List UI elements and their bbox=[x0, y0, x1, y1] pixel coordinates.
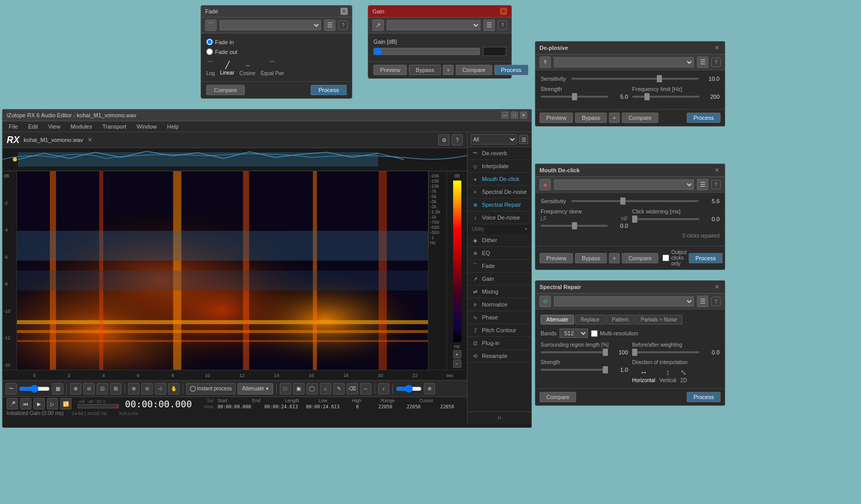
fade-log-option[interactable]: ⌒ Log bbox=[206, 60, 215, 76]
gain-icon-button[interactable]: ↗ bbox=[372, 20, 384, 31]
gain-process-button[interactable]: Process bbox=[494, 65, 528, 75]
deplosive-freqlimit-slider[interactable] bbox=[632, 96, 699, 98]
fade-out-radio[interactable] bbox=[206, 48, 213, 55]
modules-nav-next[interactable]: › bbox=[499, 414, 501, 421]
zoom-h-in-button[interactable]: ⊕ bbox=[128, 383, 139, 394]
menu-help[interactable]: Help bbox=[165, 122, 181, 131]
deplosive-bypass-button[interactable]: Bypass bbox=[575, 113, 607, 123]
pitch-correct-button[interactable]: ♪ bbox=[378, 383, 389, 394]
spectral-compare-button[interactable]: Compare bbox=[540, 392, 576, 402]
rx-settings-button[interactable]: ⚙ bbox=[438, 134, 450, 146]
module-fade[interactable]: ⌒ Fade bbox=[468, 260, 531, 273]
spectral-close-button[interactable]: ✕ bbox=[713, 283, 721, 291]
menu-view[interactable]: View bbox=[46, 122, 63, 131]
fade-close-button[interactable]: ✕ bbox=[340, 8, 348, 15]
fade-help-button[interactable]: ? bbox=[338, 21, 348, 30]
rx-close-button[interactable]: ✕ bbox=[87, 136, 93, 143]
spectral-icon-button[interactable]: ⊕ bbox=[540, 296, 551, 307]
deplosive-help-button[interactable]: ? bbox=[711, 58, 721, 67]
module-dereverb[interactable]: 〜 De-reverb bbox=[468, 147, 531, 160]
go-start-button[interactable]: ⏮ bbox=[20, 398, 31, 409]
lasso-tool[interactable]: ◯ bbox=[307, 383, 318, 394]
spectral-tab-replace[interactable]: Replace bbox=[575, 315, 605, 325]
deplosive-strength-slider[interactable] bbox=[541, 96, 608, 98]
menu-transport[interactable]: Transport bbox=[100, 122, 129, 131]
deplosive-list-button[interactable]: ☰ bbox=[697, 57, 708, 68]
mouth-help-button[interactable]: ? bbox=[711, 180, 721, 189]
mouth-preset-select[interactable] bbox=[554, 179, 694, 190]
module-mouth-declick[interactable]: ● Mouth De-click bbox=[468, 173, 531, 186]
deplosive-process-button[interactable]: Process bbox=[687, 113, 721, 123]
utility-section-label[interactable]: Utility ▾ bbox=[468, 224, 531, 234]
fade-list-button[interactable]: ☰ bbox=[324, 20, 335, 31]
spectral-list-button[interactable]: ☰ bbox=[697, 296, 708, 307]
mouth-clickwidening-slider[interactable] bbox=[632, 218, 699, 220]
mouth-icon-button[interactable]: ● bbox=[540, 179, 551, 190]
spectral-tab-attenuate[interactable]: Attenuate bbox=[541, 315, 574, 325]
zoom-select-button[interactable]: ⊞ bbox=[110, 383, 121, 394]
deplosive-icon-button[interactable]: ↟ bbox=[540, 57, 551, 68]
mouth-compare-button[interactable]: Compare bbox=[622, 253, 658, 263]
spectral-strength-slider[interactable] bbox=[541, 369, 608, 371]
fade-in-radio[interactable] bbox=[206, 39, 213, 45]
gain-slider[interactable] bbox=[373, 48, 480, 55]
spectral-surrounding-slider[interactable] bbox=[541, 351, 608, 353]
spectral-multiresolution-label[interactable]: Multi-resolution bbox=[591, 330, 638, 337]
module-pitch-contour[interactable]: ⤴ Pitch Contour bbox=[468, 324, 531, 337]
zoom-h-out-button[interactable]: ⊖ bbox=[141, 383, 153, 394]
waveform-overview[interactable] bbox=[3, 148, 467, 171]
deplosive-preview-button[interactable]: Preview bbox=[540, 113, 573, 123]
menu-modules[interactable]: Modules bbox=[68, 122, 94, 131]
zoom-slider[interactable] bbox=[19, 385, 50, 392]
modules-filter-select[interactable]: All bbox=[471, 134, 517, 145]
menu-window[interactable]: Window bbox=[135, 122, 159, 131]
zoom-h-slider[interactable] bbox=[396, 385, 422, 392]
mouth-close-button[interactable]: ✕ bbox=[713, 167, 721, 174]
deplosive-plus-button[interactable]: + bbox=[609, 113, 619, 123]
module-phase[interactable]: ∿ Phase bbox=[468, 311, 531, 324]
gain-bypass-button[interactable]: Bypass bbox=[409, 65, 441, 75]
play-sel-button[interactable]: ▷ bbox=[47, 398, 58, 409]
gain-value-field[interactable]: -Inf. bbox=[483, 47, 506, 56]
play-button[interactable]: ▶ bbox=[33, 398, 45, 409]
zoom-fit-button[interactable]: ⊡ bbox=[97, 383, 108, 394]
fade-cosine-option[interactable]: ⌣ Cosine bbox=[240, 61, 256, 76]
gain-close-button[interactable]: ✕ bbox=[500, 8, 507, 15]
mouth-sensitivity-slider[interactable] bbox=[571, 200, 698, 202]
module-spectral-denoise[interactable]: ≈ Spectral De-noise bbox=[468, 186, 531, 199]
module-interpolate[interactable]: ◇ Interpolate bbox=[468, 160, 531, 173]
gain-preview-button[interactable]: Preview bbox=[373, 65, 407, 75]
mouth-bypass-button[interactable]: Bypass bbox=[575, 253, 607, 263]
fade-linear-option[interactable]: ╱ Linear bbox=[220, 61, 235, 76]
zoom-in-freq-button[interactable]: + bbox=[453, 350, 461, 358]
gain-help-button[interactable]: ? bbox=[498, 21, 507, 30]
fade-equalpwr-option[interactable]: ⌒ Equal Pwr bbox=[261, 60, 284, 76]
attenuate-button[interactable]: Attenuate ▾ bbox=[238, 383, 273, 394]
gain-list-button[interactable]: ☰ bbox=[483, 20, 495, 31]
deplosive-sensitivity-slider[interactable] bbox=[571, 78, 698, 80]
pencil-tool[interactable]: ✎ bbox=[333, 383, 345, 394]
spectral-bands-select[interactable]: 512 256 1024 bbox=[560, 329, 588, 338]
view-toggle-1[interactable]: □ bbox=[280, 383, 291, 394]
win-close-button[interactable]: ✕ bbox=[520, 112, 527, 119]
zoom-in-button[interactable]: ⊕ bbox=[70, 383, 81, 394]
spectral-before-after-slider[interactable] bbox=[632, 351, 699, 353]
module-eq[interactable]: ≋ EQ bbox=[468, 247, 531, 260]
waveform-view-button[interactable]: 〜 bbox=[6, 383, 17, 394]
zoom-out-button[interactable]: ⊖ bbox=[83, 383, 95, 394]
fade-out-label[interactable]: Fade out bbox=[206, 48, 237, 55]
view-toggle-2[interactable]: ▣ bbox=[293, 383, 304, 394]
time-stretch-tool[interactable]: ↔ bbox=[360, 383, 371, 394]
loop-button[interactable]: 🔁 bbox=[60, 398, 71, 409]
mouth-list-button[interactable]: ☰ bbox=[697, 179, 708, 190]
win-minimize-button[interactable]: ─ bbox=[501, 112, 509, 119]
deplosive-close-button[interactable]: ✕ bbox=[713, 44, 721, 51]
gain-compare-button[interactable]: Compare bbox=[456, 65, 492, 75]
menu-file[interactable]: File bbox=[7, 122, 20, 131]
gain-plus-button[interactable]: + bbox=[443, 65, 453, 75]
select-tool-button[interactable]: ⊹ bbox=[155, 383, 166, 394]
spectral-direction-horizontal[interactable]: ↔ Horizontal bbox=[632, 368, 655, 383]
brush-tool[interactable]: ⌕ bbox=[320, 383, 331, 394]
module-normalize[interactable]: ≡ Normalize bbox=[468, 298, 531, 311]
zoom-out-freq-button[interactable]: − bbox=[453, 359, 461, 368]
